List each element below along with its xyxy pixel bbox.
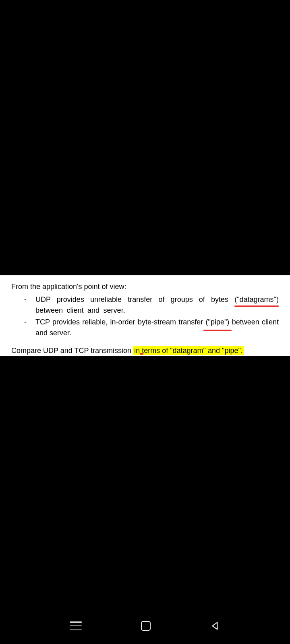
text-segment: UDP provides unreliable transfer of grou… bbox=[35, 295, 234, 303]
bullet-text: TCP provides reliable, in-order byte-str… bbox=[35, 317, 279, 339]
bullet-list: - UDP provides unreliable transfer of gr… bbox=[11, 294, 279, 339]
bullet-marker: - bbox=[24, 317, 35, 339]
bullet-marker: - bbox=[24, 294, 35, 316]
underlined-pipe: ("pipe") bbox=[206, 317, 230, 328]
highlighted-text: in terms of "datagram" and "pipe". bbox=[133, 346, 244, 355]
red-annotation-mark bbox=[140, 353, 143, 355]
list-item: - TCP provides reliable, in-order byte-s… bbox=[24, 317, 279, 339]
bullet-text: UDP provides unreliable transfer of grou… bbox=[35, 294, 279, 316]
list-item: - UDP provides unreliable transfer of gr… bbox=[24, 294, 279, 316]
intro-text: From the application's point of view: bbox=[11, 283, 279, 291]
recent-apps-icon[interactable] bbox=[141, 621, 151, 631]
document-content[interactable]: From the application's point of view: - … bbox=[0, 275, 290, 356]
navigation-bar bbox=[0, 608, 290, 644]
text-segment: TCP provides reliable, in-order byte-str… bbox=[35, 318, 206, 326]
underlined-datagrams: ("datagrams") bbox=[234, 294, 279, 305]
back-icon[interactable] bbox=[210, 621, 220, 631]
text-segment: Compare UDP and TCP transmission bbox=[11, 347, 133, 355]
compare-text: Compare UDP and TCP transmission in term… bbox=[11, 347, 279, 355]
text-segment: between client and server. bbox=[35, 306, 125, 314]
menu-icon[interactable] bbox=[70, 621, 82, 630]
